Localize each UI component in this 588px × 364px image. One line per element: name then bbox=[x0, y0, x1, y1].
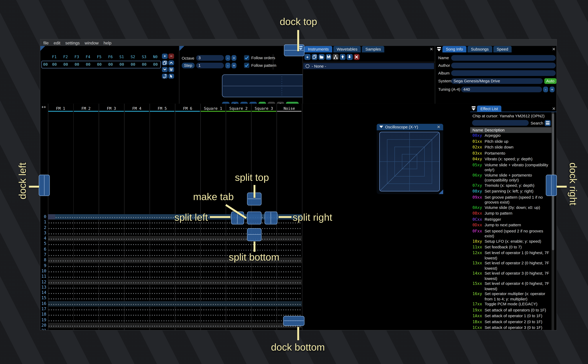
resize-grip-icon[interactable] bbox=[439, 189, 443, 194]
channel-header[interactable]: FM 1 bbox=[48, 104, 73, 112]
channel-header[interactable]: FM 3 bbox=[99, 104, 124, 112]
split-bottom-target[interactable] bbox=[247, 228, 261, 241]
channel-header[interactable]: FM 6 bbox=[175, 104, 200, 112]
orders-selected-row[interactable]: 00 00000000000000000000 bbox=[41, 61, 161, 68]
effect-row[interactable]: 01xx Pitch slide up bbox=[470, 139, 552, 145]
effect-row[interactable]: 12xx Set level of operator 1 (0 highest,… bbox=[470, 250, 552, 261]
oscilloscope-window[interactable]: Oscilloscope (X-Y) ✕ bbox=[377, 124, 443, 194]
follow-pattern-checkbox[interactable] bbox=[244, 63, 249, 68]
pattern-row[interactable]: 12 bbox=[48, 280, 302, 285]
effect-row[interactable]: 13xx Set level of operator 2 (0 highest,… bbox=[470, 261, 552, 271]
orders-cell[interactable]: 00 bbox=[139, 62, 150, 66]
effect-row[interactable]: 0Axy Volume slide (0y: down; x0: up) bbox=[470, 205, 552, 211]
menu-item[interactable]: file bbox=[43, 40, 49, 45]
channel-header[interactable]: Square 3 bbox=[251, 104, 277, 112]
pattern-row[interactable]: 10 bbox=[48, 268, 302, 274]
effect-row[interactable]: 04xy Vibrato (x: speed; y: depth) bbox=[470, 156, 552, 162]
channel-header[interactable]: FM 4 bbox=[124, 104, 150, 112]
auto-system-button[interactable]: Auto bbox=[544, 78, 556, 84]
orders-cell[interactable]: 00 bbox=[71, 62, 82, 66]
effect-row[interactable]: 11xx Set feedback (0 to 7) bbox=[470, 245, 552, 250]
split-right-target[interactable] bbox=[264, 212, 277, 224]
order-deep-clone-button[interactable] bbox=[162, 73, 168, 79]
effect-row[interactable]: 1Bxx Set attack of operator 2 (0 to 1F) bbox=[470, 319, 552, 325]
effect-list-scrollbar[interactable] bbox=[552, 112, 554, 330]
instruments-tab[interactable]: Instruments bbox=[304, 46, 332, 52]
effect-row[interactable]: 0Bxx Jump to pattern bbox=[470, 211, 552, 217]
effect-search-input[interactable] bbox=[472, 120, 529, 126]
effect-menu-button[interactable] bbox=[545, 120, 551, 126]
close-icon[interactable]: ✕ bbox=[436, 124, 441, 129]
effect-row[interactable]: 09xx Set groove pattern (speed 1 if no g… bbox=[470, 195, 552, 205]
pattern-row[interactable]: 3 bbox=[48, 230, 302, 236]
effect-row[interactable]: 07xy Tremolo (x: speed; y: depth) bbox=[470, 183, 552, 189]
effect-row[interactable]: 05xy Volume slide + vibrato (compatibili… bbox=[470, 162, 552, 173]
pattern-row[interactable]: 11 bbox=[48, 274, 302, 280]
pattern-row[interactable]: 5 bbox=[48, 241, 302, 247]
album-field[interactable] bbox=[451, 70, 556, 76]
close-icon[interactable]: ✕ bbox=[552, 47, 556, 51]
orders-cell[interactable]: 00 bbox=[60, 62, 71, 66]
effect-row[interactable]: 17xx Toggle PCM mode (LEGACY) bbox=[470, 302, 552, 307]
effect-row[interactable]: 08xy Set panning (x: left; y: right) bbox=[470, 189, 552, 195]
channel-header[interactable]: Square 1 bbox=[200, 104, 226, 112]
order-add-button[interactable]: + bbox=[162, 53, 168, 59]
step-plus-button[interactable]: + bbox=[231, 63, 236, 68]
pattern-row[interactable]: 16 bbox=[48, 301, 302, 306]
tuning-plus-button[interactable]: + bbox=[550, 86, 555, 92]
orders-cell[interactable]: 00 bbox=[127, 62, 139, 66]
effect-row[interactable]: 15xx Set level of operator 4 (0 highest,… bbox=[470, 281, 552, 291]
pattern-expand-button[interactable]: ++ bbox=[41, 105, 46, 109]
effect-row[interactable]: 00xy Arpeggio bbox=[470, 133, 552, 139]
effect-row[interactable]: 0Fxx Set speed (speed 2 if no grooves ex… bbox=[470, 228, 552, 239]
pattern-row[interactable]: 4 bbox=[48, 236, 302, 241]
instrument-delete-button[interactable] bbox=[354, 54, 359, 60]
song-info-tab[interactable]: Song Info bbox=[443, 46, 466, 52]
pattern-row[interactable]: 2 bbox=[48, 225, 302, 231]
dock-bottom-target[interactable] bbox=[283, 316, 304, 326]
channel-header[interactable]: Noise bbox=[277, 104, 302, 112]
octave-input[interactable]: 3 bbox=[196, 55, 224, 61]
instrument-add-button[interactable]: + bbox=[304, 54, 310, 60]
pattern-row[interactable]: 14 bbox=[48, 290, 302, 296]
dock-top-target[interactable] bbox=[284, 45, 304, 56]
instrument-move-down-button[interactable] bbox=[347, 54, 352, 60]
orders-cell[interactable]: 00 bbox=[49, 62, 60, 66]
orders-cell[interactable]: 00 bbox=[105, 62, 116, 66]
author-field[interactable] bbox=[451, 63, 556, 68]
orders-cell[interactable]: 00 bbox=[83, 62, 94, 66]
song-info-tab[interactable]: Speed bbox=[493, 46, 512, 52]
order-remove-button[interactable]: − bbox=[168, 53, 174, 59]
pattern-row[interactable]: 13 bbox=[48, 285, 302, 290]
effect-row[interactable]: 10xy Setup LFO (x: enable; y: speed) bbox=[470, 239, 552, 245]
instrument-tree-view-button[interactable] bbox=[333, 54, 338, 60]
name-field[interactable] bbox=[451, 55, 556, 60]
tuning-input[interactable]: 440 bbox=[461, 86, 542, 92]
effect-row[interactable]: 1Axx Set attack of operator 1 (0 to 1F) bbox=[470, 313, 552, 319]
effect-row[interactable]: 0Dxx Jump to next pattern bbox=[470, 222, 552, 228]
instrument-move-up-button[interactable] bbox=[340, 54, 345, 60]
make-tab-target[interactable] bbox=[247, 212, 261, 224]
octave-minus-button[interactable]: - bbox=[225, 55, 230, 61]
instrument-save-button[interactable] bbox=[326, 54, 331, 60]
octave-plus-button[interactable]: + bbox=[231, 55, 236, 61]
effect-row[interactable]: 16xy Set operator multiplier (x: operato… bbox=[470, 291, 552, 302]
menu-item[interactable]: edit bbox=[54, 40, 60, 45]
instrument-duplicate-button[interactable] bbox=[311, 54, 317, 60]
pattern-row[interactable]: 18 bbox=[48, 312, 302, 318]
step-label[interactable]: Step bbox=[182, 63, 194, 68]
pattern-row[interactable]: 21 bbox=[48, 328, 302, 330]
collapse-triangle-icon[interactable] bbox=[379, 126, 383, 128]
oscilloscope-title-bar[interactable]: Oscilloscope (X-Y) ✕ bbox=[377, 124, 443, 130]
order-edit-mode-button[interactable] bbox=[168, 73, 174, 79]
step-minus-button[interactable]: - bbox=[225, 63, 230, 68]
pattern-rows[interactable]: 0 1 2 3 4 bbox=[48, 214, 302, 331]
pattern-row[interactable]: 9 bbox=[48, 263, 302, 268]
channel-header[interactable]: FM 2 bbox=[73, 104, 99, 112]
channel-header[interactable]: FM 5 bbox=[150, 104, 175, 112]
orders-cell[interactable]: 00 bbox=[150, 62, 161, 66]
menu-item[interactable]: help bbox=[104, 40, 112, 45]
pattern-row[interactable]: 15 bbox=[48, 296, 302, 301]
channel-header[interactable]: Square 2 bbox=[226, 104, 251, 112]
pattern-row[interactable]: 19 bbox=[48, 317, 302, 323]
